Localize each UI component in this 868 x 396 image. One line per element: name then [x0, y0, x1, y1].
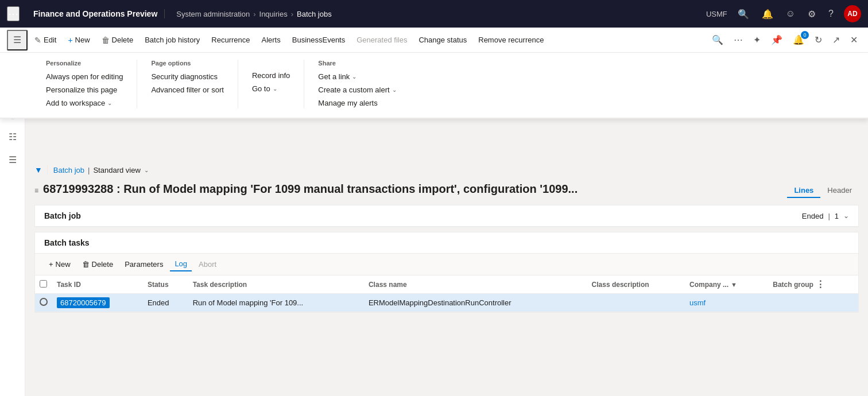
task-id-value: 68720005679	[57, 297, 110, 308]
share-section: Share Get a link ⌄ Create a custom alert…	[304, 60, 410, 108]
alerts-button[interactable]: Alerts	[257, 33, 285, 46]
feedback-icon[interactable]: ☺	[784, 6, 797, 21]
business-events-button[interactable]: BusinessEvents	[288, 33, 350, 46]
sidebar-modules-icon[interactable]: ☷	[2, 126, 23, 147]
row-radio[interactable]	[40, 298, 48, 306]
create-custom-alert-item[interactable]: Create a custom alert ⌄	[318, 84, 396, 95]
list-icon[interactable]: ≡	[34, 187, 38, 195]
generated-files-button[interactable]: Generated files	[352, 33, 412, 46]
breadcrumb-system-admin[interactable]: System administration	[176, 10, 250, 18]
col-batch-group: Batch group ⋮	[768, 275, 858, 294]
get-link-chevron: ⌄	[352, 73, 356, 80]
toolbar-right: 🔍 ⋯ ✦ 📌 🔔 0 ↻ ↗ ✕	[708, 32, 861, 48]
tasks-delete-icon: 🗑	[82, 260, 90, 269]
search-icon[interactable]: 🔍	[735, 6, 751, 22]
tasks-new-icon: +	[49, 260, 53, 269]
row-class-desc	[587, 294, 685, 312]
sidebar-workspaces-icon[interactable]: ☰	[2, 149, 23, 170]
settings-icon[interactable]: ⚙	[805, 6, 818, 22]
tasks-abort-button[interactable]: Abort	[194, 258, 221, 271]
row-status: Ended	[143, 294, 188, 312]
tasks-parameters-button[interactable]: Parameters	[120, 258, 168, 271]
breadcrumb-inquiries[interactable]: Inquiries	[259, 10, 288, 18]
get-link-item[interactable]: Get a link ⌄	[318, 71, 396, 82]
share-title: Share	[318, 60, 396, 67]
col-class-name: Class name	[364, 275, 587, 294]
remove-recurrence-button[interactable]: Remove recurrence	[474, 33, 548, 46]
toolbar-more-icon[interactable]: ⋯	[730, 32, 746, 48]
manage-alerts-item[interactable]: Manage my alerts	[318, 98, 396, 108]
edit-icon: ✎	[34, 36, 41, 45]
new-button[interactable]: + New	[63, 33, 94, 47]
page-options-section: Page options Security diagnostics Advanc…	[137, 60, 238, 108]
hamburger-icon[interactable]: ☰	[7, 30, 28, 51]
add-to-workspace-item[interactable]: Add to workspace ⌄	[46, 98, 123, 108]
notification-icon[interactable]: 🔔	[760, 6, 776, 22]
batch-job-section-header[interactable]: Batch job Ended | 1 ⌄	[35, 205, 858, 227]
filter-icon[interactable]: ▼	[34, 165, 42, 174]
edit-button[interactable]: ✎ Edit	[30, 33, 61, 47]
tab-lines[interactable]: Lines	[787, 184, 820, 198]
tasks-log-button[interactable]: Log	[170, 257, 192, 271]
col-class-desc: Class description	[587, 275, 685, 294]
company-filter-icon[interactable]: ▼	[731, 281, 737, 288]
breadcrumb: System administration › Inquiries › Batc…	[169, 10, 702, 18]
security-diagnostics-item[interactable]: Security diagnostics	[151, 71, 223, 82]
col-checkbox	[35, 275, 52, 294]
tasks-delete-button[interactable]: 🗑 Delete	[78, 258, 118, 271]
open-new-icon[interactable]: ↗	[829, 32, 843, 48]
batch-job-count: 1	[835, 212, 839, 220]
refresh-icon[interactable]: ↻	[811, 32, 826, 48]
personalize-page-item[interactable]: Personalize this page	[46, 84, 123, 95]
col-company: Company ... ▼	[685, 275, 768, 294]
record-info-item[interactable]: Record info	[252, 70, 290, 81]
top-nav: ⋯ Finance and Operations Preview System …	[0, 0, 868, 28]
tasks-new-button[interactable]: + New	[44, 258, 75, 271]
badge-icon[interactable]: 🔔 0	[789, 32, 808, 48]
delete-button[interactable]: 🗑 Delete	[97, 33, 138, 47]
col-task-desc: Task description	[188, 275, 364, 294]
row-radio-cell[interactable]	[35, 294, 52, 312]
personalize-section: Personalize Always open for editing Pers…	[11, 60, 137, 108]
table-row[interactable]: 68720005679 Ended Run of Model mapping '…	[35, 294, 858, 312]
advanced-filter-sort-item[interactable]: Advanced filter or sort	[151, 84, 223, 95]
custom-alert-chevron: ⌄	[392, 87, 397, 93]
recurrence-button[interactable]: Recurrence	[207, 33, 254, 46]
batch-job-history-button[interactable]: Batch job history	[140, 33, 204, 46]
view-type: Standard view	[93, 166, 140, 174]
select-all-checkbox[interactable]	[40, 280, 47, 288]
view-label: Batch job	[53, 166, 84, 174]
favorites-icon[interactable]: ✦	[750, 32, 764, 48]
go-to-chevron: ⌄	[273, 86, 277, 92]
page-title: 68719993288 : Run of Model mapping 'For …	[43, 183, 578, 196]
close-icon[interactable]: ✕	[847, 32, 861, 48]
row-task-id: 68720005679	[52, 294, 143, 312]
help-icon[interactable]: ?	[826, 6, 836, 21]
page-title-bar: ≡ 68719993288 : Run of Model mapping 'Fo…	[34, 180, 859, 205]
add-workspace-chevron: ⌄	[107, 100, 112, 106]
avatar[interactable]: AD	[844, 5, 861, 22]
batch-job-collapse-icon[interactable]: ⌄	[843, 212, 849, 220]
go-to-item[interactable]: Go to ⌄	[252, 83, 290, 94]
toolbar-search-icon[interactable]: 🔍	[708, 32, 727, 48]
col-task-id: Task ID	[52, 275, 143, 294]
notification-badge: 0	[801, 31, 809, 39]
app-grid-icon[interactable]: ⋯	[7, 6, 20, 21]
col-more-icon[interactable]: ⋮	[816, 279, 825, 290]
change-status-button[interactable]: Change status	[414, 33, 471, 46]
always-open-editing-item[interactable]: Always open for editing	[46, 71, 123, 82]
pin-icon[interactable]: 📌	[768, 32, 786, 48]
batch-tasks-toolbar: + New 🗑 Delete Parameters Log Abort	[35, 254, 858, 275]
batch-tasks-table-wrapper: Task ID Status Task description Class na…	[35, 275, 858, 312]
tab-header[interactable]: Header	[820, 184, 859, 198]
company-link[interactable]: usmf	[689, 298, 706, 307]
row-task-desc: Run of Model mapping 'For 109...	[188, 294, 364, 312]
batch-job-header-right: Ended | 1 ⌄	[802, 212, 849, 220]
page-options-title: Page options	[151, 60, 223, 67]
batch-job-status: Ended	[802, 212, 824, 220]
company-selector[interactable]: USMF	[706, 10, 727, 18]
personalize-title: Personalize	[46, 60, 123, 67]
view-selector[interactable]: Batch job | Standard view ⌄	[47, 166, 149, 174]
filter-bar: ▼ Batch job | Standard view ⌄	[34, 162, 859, 178]
page-options2-section: Record info Go to ⌄	[238, 60, 304, 108]
